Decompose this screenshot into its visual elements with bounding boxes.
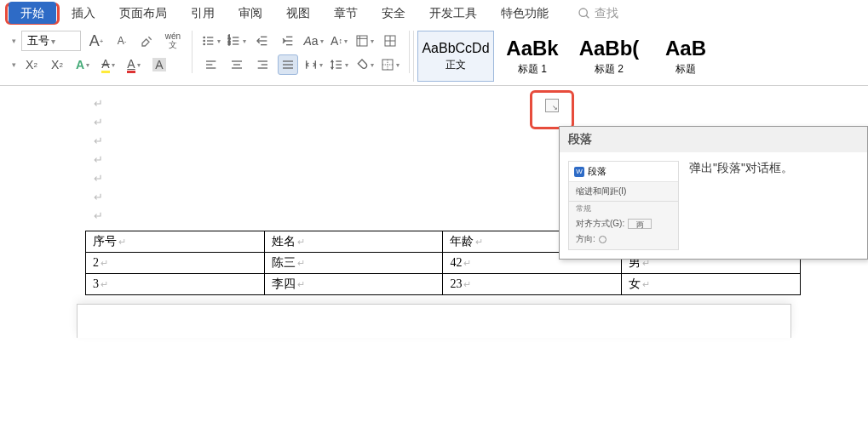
- style-title[interactable]: AaB 标题: [647, 31, 724, 82]
- style-heading-2[interactable]: AaBb( 标题 2: [571, 31, 647, 82]
- style-preview: AaBb(: [579, 37, 640, 60]
- svg-line-1: [586, 15, 589, 18]
- font-size-select[interactable]: 五号 ▾: [21, 31, 81, 51]
- character-shading-button[interactable]: A: [149, 54, 170, 75]
- change-case-button[interactable]: Aa: [303, 31, 324, 51]
- search-placeholder: 查找: [595, 6, 618, 21]
- ribbon-tabs: 开始 插入 页面布局 引用 审阅 视图 章节 安全 开发工具 特色功能 查找: [0, 0, 868, 26]
- tooltip-title: 段落: [560, 127, 867, 152]
- tab-start[interactable]: 开始: [9, 2, 56, 24]
- line-spacing-button[interactable]: [329, 54, 349, 75]
- ribbon: ▾ 五号 ▾ A+ A- wén文 ▾ X2 X2 A A A A 123: [0, 26, 868, 86]
- asian-layout-button[interactable]: [354, 31, 375, 51]
- svg-point-4: [204, 40, 204, 41]
- svg-point-6: [204, 43, 204, 44]
- next-page-edge: [77, 304, 791, 338]
- phonetic-guide-button[interactable]: wén文: [163, 31, 183, 51]
- borders-button[interactable]: [380, 54, 400, 75]
- align-right-button[interactable]: [252, 54, 273, 75]
- highlight-color-button[interactable]: A: [98, 54, 118, 75]
- tab-sections[interactable]: 章节: [322, 2, 370, 26]
- tab-features[interactable]: 特色功能: [489, 2, 560, 26]
- svg-point-0: [579, 9, 587, 16]
- text-direction-button[interactable]: A↕: [329, 31, 349, 51]
- style-preview: AaBbCcDd: [422, 41, 489, 56]
- subscript-button[interactable]: X2: [47, 54, 67, 75]
- text-effects-button[interactable]: A: [72, 54, 93, 75]
- font-group: ▾ 五号 ▾ A+ A- wén文 ▾ X2 X2 A A A A: [7, 31, 188, 82]
- svg-rect-20: [357, 36, 367, 46]
- clear-format-button[interactable]: [137, 31, 158, 51]
- search-box[interactable]: 查找: [578, 6, 618, 21]
- grow-font-button[interactable]: A+: [86, 31, 106, 51]
- style-heading-1[interactable]: AaBk 标题 1: [494, 31, 571, 82]
- align-justify-button[interactable]: [278, 54, 298, 75]
- align-center-button[interactable]: [227, 54, 247, 75]
- style-normal[interactable]: AaBbCcDd 正文: [417, 31, 494, 82]
- decrease-indent-button[interactable]: [252, 31, 273, 51]
- insert-table-button[interactable]: [380, 31, 400, 51]
- font-color-button[interactable]: A: [124, 54, 144, 75]
- paragraph-mark: ↵: [94, 94, 868, 113]
- increase-indent-button[interactable]: [278, 31, 298, 51]
- style-label: 正文: [445, 58, 466, 72]
- font-size-value: 五号: [27, 33, 49, 49]
- tooltip-description: 弹出"段落"对话框。: [689, 161, 859, 250]
- style-label: 标题 2: [595, 62, 624, 77]
- tab-developer[interactable]: 开发工具: [417, 2, 489, 26]
- tab-layout[interactable]: 页面布局: [107, 2, 179, 26]
- tooltip-thumbnail: W段落 缩进和间距(I) 常规 对齐方式(G):两 方向:: [568, 161, 679, 250]
- font-effects-prev-icon[interactable]: ▾: [12, 60, 16, 69]
- shrink-font-button[interactable]: A-: [112, 31, 132, 51]
- bullets-button[interactable]: [201, 31, 221, 51]
- svg-text:3: 3: [228, 42, 231, 46]
- font-size-prev-icon[interactable]: ▾: [12, 37, 16, 45]
- tab-insert[interactable]: 插入: [60, 2, 107, 26]
- superscript-button[interactable]: X2: [21, 54, 42, 75]
- chevron-down-icon: ▾: [51, 37, 55, 46]
- distribute-button[interactable]: [303, 54, 324, 75]
- tab-references[interactable]: 引用: [179, 2, 227, 26]
- shading-button[interactable]: [354, 54, 375, 75]
- search-icon: [578, 7, 591, 20]
- style-label: 标题 1: [518, 62, 547, 77]
- paragraph-group: 123 Aa A↕: [196, 31, 405, 82]
- style-label: 标题: [675, 62, 696, 77]
- tab-view[interactable]: 视图: [274, 2, 322, 26]
- style-preview: AaB: [665, 37, 706, 60]
- styles-gallery: AaBbCcDd 正文 AaBk 标题 1 AaBb( 标题 2 AaB 标题: [413, 31, 724, 82]
- tab-review[interactable]: 审阅: [227, 2, 274, 26]
- svg-point-2: [204, 37, 204, 37]
- align-left-button[interactable]: [201, 54, 221, 75]
- table-row[interactable]: 3↵ 李四↵ 23↵ 女↵: [86, 274, 801, 295]
- numbering-button[interactable]: 123: [227, 31, 247, 51]
- paragraph-tooltip: 段落 W段落 缩进和间距(I) 常规 对齐方式(G):两 方向: 弹出"段落"对…: [559, 126, 868, 260]
- tab-security[interactable]: 安全: [370, 2, 417, 26]
- style-preview: AaBk: [506, 37, 558, 60]
